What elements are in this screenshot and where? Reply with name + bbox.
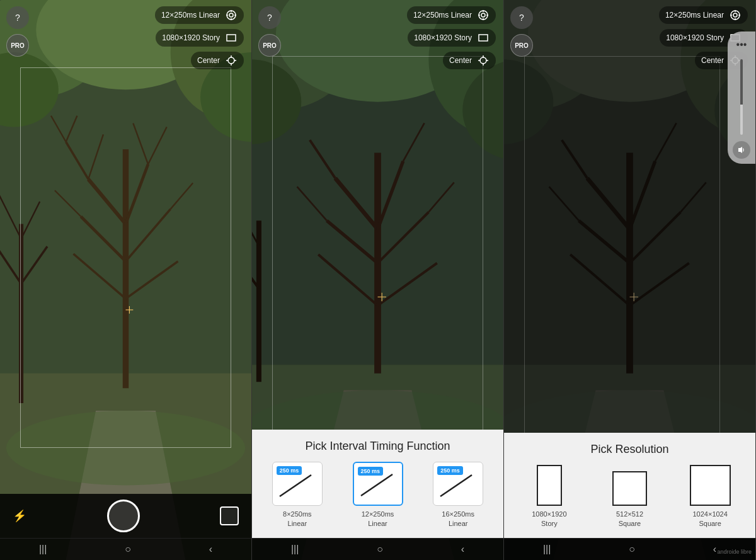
- top-left-controls-3: ? PRO: [510, 6, 533, 57]
- svg-rect-74: [479, 35, 488, 41]
- watermark: androide libre: [717, 549, 752, 555]
- svg-point-106: [733, 13, 737, 17]
- shutter-button[interactable]: [107, 500, 140, 532]
- res-square-sm-frame[interactable]: [612, 471, 647, 506]
- focus-control[interactable]: Center: [191, 52, 244, 69]
- timing-card-1[interactable]: 250 ms: [272, 462, 323, 506]
- camera-panel-3: ? PRO 12×250ms Linear 1080×1920 Story Ce…: [504, 0, 756, 560]
- focus-control-2[interactable]: Center: [443, 52, 496, 69]
- nav-recent-apps-2[interactable]: |||: [291, 544, 299, 555]
- nav-row-2: ||| ○ ‹: [252, 538, 503, 560]
- nav-row-3: ||| ○ ‹ androide libre: [504, 538, 755, 560]
- top-right-controls-2: 12×250ms Linear 1080×1920 Story Center: [252, 0, 503, 76]
- help-button-3[interactable]: ?: [510, 6, 533, 29]
- nav-recent-apps-3[interactable]: |||: [543, 544, 551, 555]
- interval-label-3: 12×250ms Linear: [665, 11, 724, 20]
- nav-home-2[interactable]: ○: [377, 544, 383, 555]
- res-label-3: 1024×1024 Square: [692, 510, 727, 528]
- interval-control-2[interactable]: 12×250ms Linear: [407, 6, 496, 24]
- interval-label-2: 12×250ms Linear: [413, 11, 472, 20]
- shutter-row: ⚡: [0, 494, 251, 538]
- resolution-control[interactable]: 1080×1920 Story: [156, 29, 244, 47]
- timing-option-3[interactable]: 250 ms 16×250ms Linear: [420, 462, 496, 528]
- res-label-2: 512×512 Square: [616, 510, 643, 528]
- timing-label-2: 12×250ms Linear: [362, 510, 394, 528]
- camera-settings-icon-2: [477, 9, 490, 21]
- top-left-controls-2: ? PRO: [258, 6, 281, 57]
- aspect-ratio-icon-2: [477, 31, 490, 44]
- interval-label: 12×250ms Linear: [161, 11, 220, 20]
- focus-icon: [225, 54, 238, 67]
- resolution-picker-title: Pick Resolution: [512, 443, 748, 456]
- svg-line-81: [361, 474, 392, 496]
- interval-picker: Pick Interval Timing Function 250 ms 8×2…: [252, 430, 503, 538]
- interval-control[interactable]: 12×250ms Linear: [155, 6, 244, 24]
- svg-point-38: [228, 57, 234, 64]
- svg-rect-37: [227, 35, 236, 41]
- resolution-option-3[interactable]: 1024×1024 Square: [672, 465, 748, 528]
- resolution-label-3: 1080×1920 Story: [666, 33, 724, 42]
- panel-1-overlay: ? PRO 12×250ms Linear 1080×1920 Story Ce…: [0, 0, 251, 560]
- resolution-control-2[interactable]: 1080×1920 Story: [408, 29, 496, 47]
- nav-back[interactable]: ‹: [209, 544, 212, 555]
- resolution-picker: Pick Resolution 1080×1920 Story 512×512 …: [504, 433, 755, 538]
- svg-point-75: [480, 57, 486, 64]
- focus-icon-2: [477, 54, 490, 67]
- svg-point-69: [481, 13, 485, 17]
- resolution-option-2[interactable]: 512×512 Square: [592, 471, 668, 528]
- res-square-lg-frame[interactable]: [690, 465, 731, 506]
- timing-label-3: 16×250ms Linear: [442, 510, 474, 528]
- resolution-picker-options: 1080×1920 Story 512×512 Square: [512, 465, 748, 528]
- svg-point-68: [479, 11, 488, 20]
- volume-button[interactable]: [733, 141, 750, 159]
- resolution-label: 1080×1920 Story: [162, 33, 220, 42]
- res-portrait-frame[interactable]: [537, 465, 562, 506]
- res-label-1: 1080×1920 Story: [532, 510, 566, 528]
- focus-label: Center: [197, 56, 220, 65]
- gallery-icon[interactable]: [220, 506, 239, 525]
- resolution-option-1[interactable]: 1080×1920 Story: [512, 465, 587, 528]
- flash-icon[interactable]: ⚡: [13, 509, 26, 523]
- focus-label-3: Center: [701, 56, 724, 65]
- svg-point-105: [731, 11, 740, 20]
- more-options-button[interactable]: •••: [734, 37, 750, 53]
- timing-card-2[interactable]: 250 ms: [353, 462, 403, 506]
- panel-3-overlay: ? PRO 12×250ms Linear 1080×1920 Story Ce…: [504, 0, 755, 560]
- top-left-controls: ? PRO: [6, 6, 29, 57]
- pro-button-2[interactable]: PRO: [258, 34, 281, 57]
- svg-marker-117: [738, 147, 742, 153]
- camera-panel-1: ? PRO 12×250ms Linear 1080×1920 Story Ce…: [0, 0, 252, 560]
- help-button-2[interactable]: ?: [258, 6, 281, 29]
- nav-back-2[interactable]: ‹: [461, 544, 464, 555]
- svg-line-80: [280, 475, 311, 496]
- camera-settings-icon-3: [729, 9, 742, 21]
- camera-settings-icon: [225, 9, 238, 21]
- nav-recent-apps[interactable]: |||: [39, 544, 47, 555]
- svg-line-82: [440, 475, 472, 496]
- right-sidebar: •••: [728, 31, 755, 164]
- nav-back-3[interactable]: ‹: [713, 544, 716, 555]
- bottom-controls-1: ⚡ ||| ○ ‹: [0, 494, 251, 560]
- timing-card-3[interactable]: 250 ms: [433, 462, 483, 506]
- timing-option-2[interactable]: 250 ms 12×250ms Linear: [340, 462, 416, 528]
- svg-point-31: [227, 11, 236, 20]
- svg-point-32: [229, 13, 233, 17]
- panel-2-overlay: ? PRO 12×250ms Linear 1080×1920 Story Ce…: [252, 0, 503, 560]
- top-right-controls-3: 12×250ms Linear 1080×1920 Story Center: [504, 0, 755, 76]
- pro-button[interactable]: PRO: [6, 34, 29, 57]
- interval-picker-options: 250 ms 8×250ms Linear 250 ms: [260, 462, 496, 528]
- nav-row-1: ||| ○ ‹: [0, 538, 251, 560]
- pro-button-3[interactable]: PRO: [510, 34, 533, 57]
- resolution-label-2: 1080×1920 Story: [414, 33, 472, 42]
- volume-slider[interactable]: [740, 59, 743, 135]
- nav-home-3[interactable]: ○: [629, 544, 635, 555]
- timing-label-1: 8×250ms Linear: [283, 510, 312, 528]
- nav-home[interactable]: ○: [125, 544, 131, 555]
- focus-label-2: Center: [449, 56, 472, 65]
- interval-picker-title: Pick Interval Timing Function: [260, 440, 496, 453]
- timing-option-1[interactable]: 250 ms 8×250ms Linear: [260, 462, 335, 528]
- help-button[interactable]: ?: [6, 6, 29, 29]
- camera-panel-2: ? PRO 12×250ms Linear 1080×1920 Story Ce…: [252, 0, 504, 560]
- aspect-ratio-icon: [225, 31, 238, 44]
- interval-control-3[interactable]: 12×250ms Linear: [659, 6, 748, 24]
